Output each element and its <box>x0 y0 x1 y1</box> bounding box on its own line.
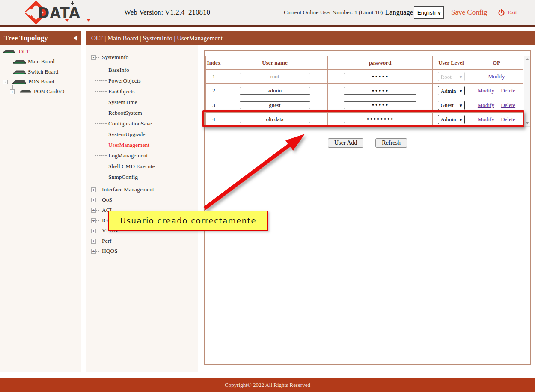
expand-expander-icon[interactable]: + <box>91 218 96 223</box>
nav-item-powerobjects[interactable]: PowerObjects <box>95 75 198 86</box>
expand-expander-icon[interactable]: + <box>91 249 96 254</box>
nav-item-perf[interactable]: + Perf <box>91 236 198 246</box>
expand-expander-icon[interactable]: + <box>91 198 96 202</box>
scroll-up-icon[interactable] <box>526 58 529 60</box>
delete-link[interactable]: Delete <box>501 102 515 108</box>
language-select[interactable]: English <box>414 6 444 19</box>
delete-link[interactable]: Delete <box>501 87 515 94</box>
header-divider <box>116 3 116 22</box>
col-header-op: OP <box>470 56 523 70</box>
username-input[interactable] <box>240 73 310 80</box>
nav-item-label: HQOS <box>102 248 118 255</box>
user-level-select[interactable]: Admin <box>438 115 465 124</box>
user-level-select-wrap: Admin <box>438 115 465 124</box>
expand-expander-icon[interactable]: + <box>91 208 96 213</box>
tree-topology-title: Tree Topology <box>4 34 48 42</box>
expand-expander-icon[interactable]: + <box>91 229 96 233</box>
nav-item-fanobjects[interactable]: FanObjects <box>95 86 198 97</box>
nav-item-baseinfo[interactable]: BaseInfo <box>95 65 198 75</box>
col-header-username: User name <box>222 56 328 70</box>
col-header-level: User Level <box>433 56 470 70</box>
delete-link[interactable]: Delete <box>501 116 515 122</box>
nav-item-rebootsystem[interactable]: RebootSystem <box>95 107 198 118</box>
collapse-expander-icon[interactable]: - <box>3 80 8 84</box>
exit-link[interactable]: Exit <box>508 0 517 25</box>
nav-item-label: Interface Management <box>102 186 154 193</box>
table-row: 2 Admin Modify Delete <box>206 84 523 98</box>
cdata-logo-icon: DATA <box>25 1 98 24</box>
language-label: Language <box>385 0 413 25</box>
user-table-zone: Index User name password User Level OP 1 <box>205 56 530 127</box>
nav-item-snmpconfig[interactable]: SnmpConfig <box>95 172 198 182</box>
nav-item-qos[interactable]: + QoS <box>91 195 198 205</box>
user-management-panel: Index User name password User Level OP 1 <box>204 50 531 365</box>
nav-item-configurationsave[interactable]: ConfigurationSave <box>95 118 198 129</box>
logo-text: DATA <box>38 5 80 21</box>
table-row-highlighted: 4 Admin Modify Delete <box>206 112 523 126</box>
modify-link[interactable]: Modify <box>488 73 505 80</box>
sidebar-item-label: Switch Board <box>28 68 58 75</box>
refresh-button[interactable]: Refresh <box>375 138 407 148</box>
user-level-select: Root <box>438 72 465 81</box>
sidebar-item-pon-card[interactable]: + PON Card0/0 <box>10 88 64 95</box>
language-select-wrap: English <box>414 6 444 19</box>
username-input[interactable] <box>240 101 310 109</box>
col-header-password: password <box>328 56 433 70</box>
tree-dash <box>96 220 99 221</box>
collapse-sidebar-icon[interactable] <box>74 35 77 41</box>
scroll-down-icon[interactable] <box>526 122 529 124</box>
modify-link[interactable]: Modify <box>478 87 494 94</box>
expand-expander-icon[interactable]: + <box>91 239 96 244</box>
nav-item-label: Perf <box>102 238 112 244</box>
modify-link[interactable]: Modify <box>478 116 494 122</box>
table-scrollbar[interactable] <box>524 56 530 127</box>
user-level-select[interactable]: Admin <box>438 86 465 95</box>
nav-item-label: QoS <box>102 196 112 203</box>
row-index: 1 <box>206 70 222 84</box>
user-level-select-wrap: Guest <box>438 101 465 110</box>
collapse-expander-icon[interactable]: - <box>91 55 96 60</box>
row-index: 2 <box>206 84 222 98</box>
tree-dash <box>96 251 99 252</box>
password-input[interactable] <box>344 87 416 95</box>
sidebar-item-olt[interactable]: OLT <box>2 48 29 56</box>
sidebar-item-main-board[interactable]: Main Board <box>7 58 54 65</box>
tree-dash <box>15 92 17 92</box>
power-icon[interactable] <box>498 9 505 16</box>
sidebar-item-switch-board[interactable]: Switch Board <box>7 68 58 76</box>
sidebar-item-label: Main Board <box>28 58 54 65</box>
password-input[interactable] <box>344 116 416 123</box>
save-config-link[interactable]: Save Config <box>451 0 487 25</box>
nav-item-systemtime[interactable]: SystemTime <box>95 97 198 107</box>
tree-dash <box>7 62 11 62</box>
web-version-text: Web Version: V1.2.4_210810 <box>124 0 210 25</box>
tree-dash <box>7 72 11 72</box>
system-nav-panel: - SystemInfo BaseInfo PowerObjects FanOb… <box>86 45 198 372</box>
password-input[interactable] <box>344 101 416 109</box>
tree-dash <box>96 200 99 200</box>
password-input[interactable] <box>344 73 416 80</box>
nav-item-interface-management[interactable]: + Interface Management <box>91 184 198 195</box>
tree-dash <box>96 210 99 211</box>
nav-item-systemupgrade[interactable]: SystemUpgrade <box>95 129 198 140</box>
username-input[interactable] <box>240 116 310 123</box>
tree-dash <box>8 82 10 82</box>
user-level-select-wrap: Admin <box>438 86 465 95</box>
row-index: 4 <box>206 112 222 126</box>
expand-expander-icon[interactable]: + <box>91 187 96 192</box>
nav-item-shell-cmd-execute[interactable]: Shell CMD Execute <box>95 161 198 172</box>
modify-link[interactable]: Modify <box>478 102 494 108</box>
olt-device-icon <box>2 50 16 54</box>
nav-item-systeminfo[interactable]: - SystemInfo <box>91 53 198 62</box>
nav-item-logmanagement[interactable]: LogManagement <box>95 150 198 161</box>
sidebar-item-pon-board[interactable]: - PON Board <box>3 78 54 86</box>
user-level-select[interactable]: Guest <box>438 101 465 110</box>
sidebar-item-label: OLT <box>19 48 29 55</box>
nav-item-usermanagement[interactable]: UserManagement <box>95 140 198 150</box>
breadcrumb: OLT | Main Board | SystemInfo | UserMana… <box>86 31 535 45</box>
user-add-button[interactable]: User Add <box>328 138 363 148</box>
expand-expander-icon[interactable]: + <box>10 89 15 94</box>
nav-item-hqos[interactable]: + HQOS <box>91 246 198 256</box>
nav-item-label: SystemInfo <box>102 54 128 61</box>
username-input[interactable] <box>240 87 310 95</box>
